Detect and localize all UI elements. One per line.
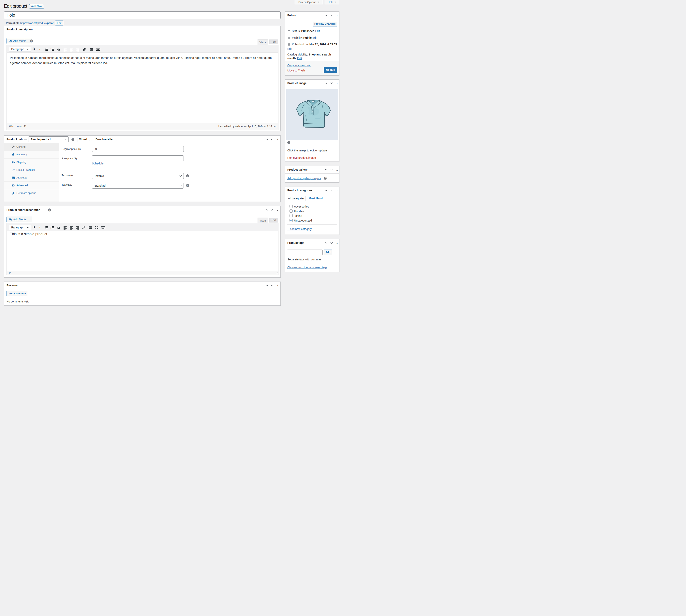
svg-text:3: 3 <box>50 50 51 51</box>
svg-text:3: 3 <box>50 228 51 229</box>
